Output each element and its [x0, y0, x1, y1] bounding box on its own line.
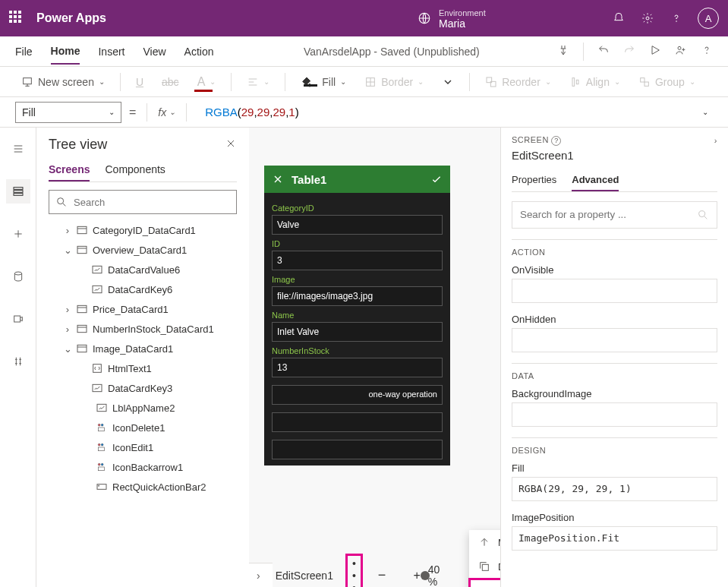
prop-onhidden-input[interactable] — [512, 328, 717, 352]
formula-expand[interactable]: ⌄ — [702, 108, 708, 116]
selected-control-name: EditScreen1 — [512, 149, 717, 162]
insert-icon[interactable] — [6, 222, 30, 246]
tree-item[interactable]: DataCardKey3 — [49, 378, 237, 398]
waffle-icon[interactable] — [9, 11, 24, 26]
svg-point-40 — [98, 485, 99, 486]
tree-item[interactable]: ›CategoryID_DataCard1 — [49, 220, 237, 240]
settings-icon[interactable] — [640, 11, 655, 26]
group-button[interactable]: Group⌄ — [632, 73, 701, 91]
canvas[interactable]: Table1 CategoryIDValveID3Imagefile://ima… — [249, 128, 500, 587]
help-icon[interactable] — [669, 11, 684, 26]
user-avatar[interactable]: A — [698, 8, 719, 29]
environment-icon — [418, 11, 431, 25]
tree-item[interactable]: LblAppName2 — [49, 398, 237, 418]
check-icon[interactable] — [430, 173, 443, 185]
property-selector[interactable]: Fill ⌄ — [15, 102, 121, 123]
svg-rect-12 — [641, 77, 644, 81]
svg-rect-20 — [77, 226, 87, 233]
redo-icon[interactable] — [623, 44, 635, 58]
play-icon[interactable] — [649, 44, 661, 58]
help-icon2[interactable] — [701, 44, 713, 58]
tree-view-title: Tree view — [49, 137, 107, 153]
tab-properties[interactable]: Properties — [512, 169, 556, 191]
tree-item[interactable]: IconDelete1 — [49, 418, 237, 437]
formula-input[interactable]: RGBA(29, 29, 29, 1) — [197, 102, 695, 123]
underline-button[interactable]: U — [130, 73, 150, 91]
tree-item[interactable]: ›Price_DataCard1 — [49, 299, 237, 319]
tab-advanced[interactable]: Advanced — [572, 169, 619, 191]
fx-icon[interactable]: fx⌄ — [158, 106, 175, 118]
tab-screens[interactable]: Screens — [49, 159, 90, 181]
prop-fill-input[interactable]: RGBA(29, 29, 29, 1) — [512, 477, 717, 501]
form-field-input[interactable]: 3 — [272, 251, 443, 270]
form-field-input[interactable]: Inlet Valve — [272, 322, 443, 342]
app-checker-icon[interactable] — [557, 44, 569, 58]
svg-rect-22 — [93, 266, 102, 273]
prop-onvisible-input[interactable] — [512, 279, 717, 303]
canvas-bottom-bar: › EditScreen1 • • • − + 40 % — [249, 563, 273, 587]
tools-icon[interactable] — [6, 349, 30, 374]
share-icon[interactable] — [675, 44, 687, 58]
tree-item[interactable]: IconEdit1 — [49, 437, 237, 457]
more-options-button[interactable]: • • • — [345, 554, 363, 588]
bottom-chevron[interactable]: › — [257, 570, 260, 582]
tree-search-input[interactable] — [74, 197, 230, 208]
data-icon[interactable] — [6, 264, 30, 289]
tree-item[interactable]: IconBackarrow1 — [49, 457, 237, 477]
bottom-screen-name[interactable]: EditScreen1 — [276, 570, 333, 582]
fill-button[interactable]: Fill ⌄ — [295, 73, 352, 91]
zoom-in-icon[interactable]: + — [413, 569, 420, 582]
new-screen-button[interactable]: New screen ⌄ — [15, 73, 111, 91]
font-color-button[interactable]: A⌄ — [191, 72, 222, 92]
section-design: DESIGN — [512, 437, 717, 455]
svg-rect-41 — [482, 564, 488, 570]
tree-search[interactable] — [49, 190, 237, 214]
prop-imageposition-input[interactable]: ImagePosition.Fit — [512, 526, 717, 551]
notifications-icon[interactable] — [611, 11, 626, 26]
property-search-input[interactable] — [520, 209, 697, 220]
menu-view[interactable]: View — [143, 39, 165, 64]
media-icon[interactable] — [6, 307, 30, 331]
svg-rect-6 — [24, 77, 32, 84]
tree-item[interactable]: DataCardKey6 — [49, 279, 237, 299]
property-search[interactable] — [512, 201, 717, 229]
prop-imageposition-label: ImagePosition — [512, 512, 717, 523]
tree-item[interactable]: ›NumberInStock_DataCard1 — [49, 319, 237, 339]
undo-icon[interactable] — [597, 44, 610, 58]
tree-item[interactable]: RectQuickActionBar2 — [49, 477, 237, 497]
menu-home[interactable]: Home — [51, 39, 80, 65]
tree-item[interactable]: HtmlText1 — [49, 358, 237, 378]
menu-file[interactable]: File — [15, 39, 33, 64]
svg-point-31 — [101, 424, 103, 426]
environment-picker[interactable]: Environment Maria — [418, 8, 486, 29]
reorder-button[interactable]: Reorder⌄ — [479, 73, 557, 91]
context-menu-move-up[interactable]: Move up — [469, 530, 500, 554]
close-tree-icon[interactable] — [225, 137, 237, 152]
context-menu-delete[interactable]: Delete — [468, 578, 500, 587]
border-button[interactable]: Border ⌄ — [358, 73, 430, 91]
menu-insert[interactable]: Insert — [98, 39, 124, 64]
screen-label: SCREEN — [512, 135, 549, 144]
tree-item[interactable]: ⌄Image_DataCard1 — [49, 339, 237, 358]
hamburger-icon[interactable] — [6, 137, 30, 161]
align-button[interactable]: Align⌄ — [563, 73, 626, 91]
zoom-out-icon[interactable]: − — [378, 567, 386, 583]
tree-view-icon[interactable] — [6, 179, 30, 204]
strikethrough-button[interactable]: abc — [156, 73, 185, 91]
close-icon[interactable] — [272, 173, 284, 185]
align-text-button[interactable]: ⌄ — [241, 73, 276, 91]
form-field-input[interactable]: 13 — [272, 358, 443, 377]
form-field-input[interactable]: Valve — [272, 215, 443, 235]
context-menu-duplicate-screen[interactable]: Duplicate screen — [469, 554, 500, 579]
panel-chevron-icon[interactable]: › — [714, 136, 717, 145]
tab-components[interactable]: Components — [105, 159, 165, 181]
environment-label: Environment — [439, 8, 486, 18]
tree-item[interactable]: ⌄Overview_DataCard1 — [49, 240, 237, 260]
form-field-input[interactable]: file://images/image3.jpg — [272, 286, 443, 306]
menu-action[interactable]: Action — [184, 39, 214, 64]
tree-item[interactable]: DataCardValue6 — [49, 260, 237, 279]
chevron-expand-button[interactable] — [436, 73, 460, 91]
prop-bgimage-input[interactable] — [512, 402, 717, 427]
svg-point-17 — [14, 272, 21, 275]
prop-onvisible-label: OnVisible — [512, 264, 717, 276]
